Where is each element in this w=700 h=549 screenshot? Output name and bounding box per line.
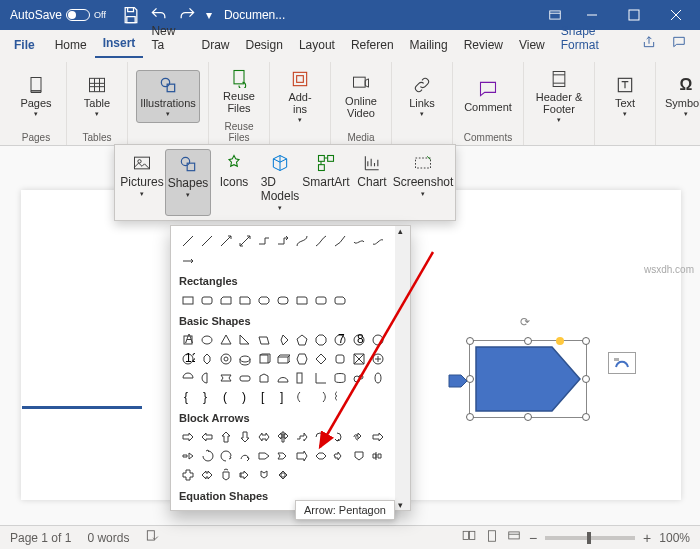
reuse-files-button[interactable]: Reuse Files: [217, 64, 261, 118]
shape-option[interactable]: [198, 291, 216, 309]
pages-button[interactable]: Pages▾: [14, 71, 58, 122]
shape-option[interactable]: [236, 428, 254, 446]
zoom-slider[interactable]: [545, 536, 635, 540]
shape-option[interactable]: [331, 428, 349, 446]
shape-option[interactable]: [217, 291, 235, 309]
spell-check-icon[interactable]: [145, 529, 159, 546]
resize-handle[interactable]: [524, 337, 532, 345]
shape-option[interactable]: [236, 447, 254, 465]
shape-option[interactable]: [369, 447, 387, 465]
shape-option[interactable]: [255, 428, 273, 446]
shape-option[interactable]: [312, 232, 330, 250]
shape-option[interactable]: [217, 447, 235, 465]
shape-option[interactable]: [255, 447, 273, 465]
shape-option[interactable]: [293, 232, 311, 250]
shape-option[interactable]: [369, 428, 387, 446]
shape-option[interactable]: A: [179, 331, 197, 349]
tab-shape-format[interactable]: Shape Format: [553, 18, 634, 58]
shape-option[interactable]: [255, 291, 273, 309]
blue-underline-shape[interactable]: [22, 406, 142, 409]
shape-option[interactable]: [217, 232, 235, 250]
resize-handle[interactable]: [466, 413, 474, 421]
resize-handle[interactable]: [524, 413, 532, 421]
shape-option[interactable]: [179, 466, 197, 484]
shape-option[interactable]: [369, 350, 387, 368]
shape-option[interactable]: [369, 331, 387, 349]
shape-option[interactable]: [312, 447, 330, 465]
shape-option[interactable]: [217, 350, 235, 368]
shape-option[interactable]: [312, 369, 330, 387]
shape-option[interactable]: [236, 232, 254, 250]
resize-handle[interactable]: [582, 375, 590, 383]
shape-option[interactable]: [198, 331, 216, 349]
shape-option[interactable]: [236, 350, 254, 368]
shape-option[interactable]: [274, 350, 292, 368]
shape-option[interactable]: [198, 466, 216, 484]
symbols-button[interactable]: ΩSymbols▾: [664, 71, 700, 122]
links-button[interactable]: Links▾: [400, 71, 444, 122]
comments-button[interactable]: [664, 29, 694, 58]
shape-option[interactable]: [350, 369, 368, 387]
shape-option[interactable]: [293, 388, 311, 406]
shape-option[interactable]: [179, 291, 197, 309]
shape-option[interactable]: [312, 350, 330, 368]
shape-option[interactable]: [293, 350, 311, 368]
shape-option[interactable]: [331, 232, 349, 250]
shape-option[interactable]: [179, 447, 197, 465]
adjust-handle[interactable]: [556, 337, 564, 345]
tab-file[interactable]: File: [6, 32, 43, 58]
shape-option[interactable]: [331, 350, 349, 368]
autosave-toggle[interactable]: AutoSave Off: [4, 8, 112, 22]
shape-option[interactable]: [350, 428, 368, 446]
tab-review[interactable]: Review: [456, 32, 511, 58]
table-button[interactable]: Table▾: [75, 71, 119, 122]
shape-option[interactable]: [274, 291, 292, 309]
word-count[interactable]: 0 words: [87, 531, 129, 545]
shape-option[interactable]: [255, 331, 273, 349]
tab-layout[interactable]: Layout: [291, 32, 343, 58]
shape-option[interactable]: [331, 369, 349, 387]
shape-option[interactable]: [198, 232, 216, 250]
shape-option[interactable]: [312, 331, 330, 349]
shape-option[interactable]: [312, 388, 330, 406]
shape-option[interactable]: [236, 466, 254, 484]
shape-option[interactable]: [255, 350, 273, 368]
shape-option[interactable]: [293, 447, 311, 465]
dropdown-scrollbar[interactable]: [395, 226, 410, 510]
shape-option[interactable]: [293, 428, 311, 446]
tab-view[interactable]: View: [511, 32, 553, 58]
shapes-button[interactable]: Shapes▾: [165, 149, 211, 216]
tab-new[interactable]: New Ta: [143, 18, 193, 58]
icons-button[interactable]: Icons: [211, 149, 257, 216]
shape-option[interactable]: [198, 369, 216, 387]
shape-option[interactable]: [255, 232, 273, 250]
share-button[interactable]: [634, 29, 664, 58]
shape-option[interactable]: [369, 369, 387, 387]
shape-option[interactable]: [236, 331, 254, 349]
view-print-icon[interactable]: [485, 529, 499, 546]
tab-draw[interactable]: Draw: [194, 32, 238, 58]
shape-option[interactable]: [217, 369, 235, 387]
header-footer-button[interactable]: Header & Footer▾: [532, 65, 586, 128]
shape-option[interactable]: [274, 428, 292, 446]
text-button[interactable]: Text▾: [603, 71, 647, 122]
shape-option[interactable]: [350, 232, 368, 250]
save-button[interactable]: [118, 2, 144, 28]
qat-customize[interactable]: ▾: [202, 2, 216, 28]
shape-option[interactable]: 7: [331, 331, 349, 349]
shape-option[interactable]: [217, 428, 235, 446]
shape-option[interactable]: [312, 291, 330, 309]
shape-option[interactable]: [274, 331, 292, 349]
resize-handle[interactable]: [582, 337, 590, 345]
zoom-in[interactable]: +: [643, 530, 651, 546]
view-web-icon[interactable]: [507, 529, 521, 546]
resize-handle[interactable]: [466, 337, 474, 345]
shape-option[interactable]: [255, 369, 273, 387]
shape-option[interactable]: 12: [179, 350, 197, 368]
shape-option[interactable]: (: [217, 388, 235, 406]
zoom-out[interactable]: −: [529, 530, 537, 546]
shape-option[interactable]: [179, 232, 197, 250]
shape-option[interactable]: [293, 291, 311, 309]
shape-option[interactable]: [179, 428, 197, 446]
shape-option[interactable]: [350, 350, 368, 368]
